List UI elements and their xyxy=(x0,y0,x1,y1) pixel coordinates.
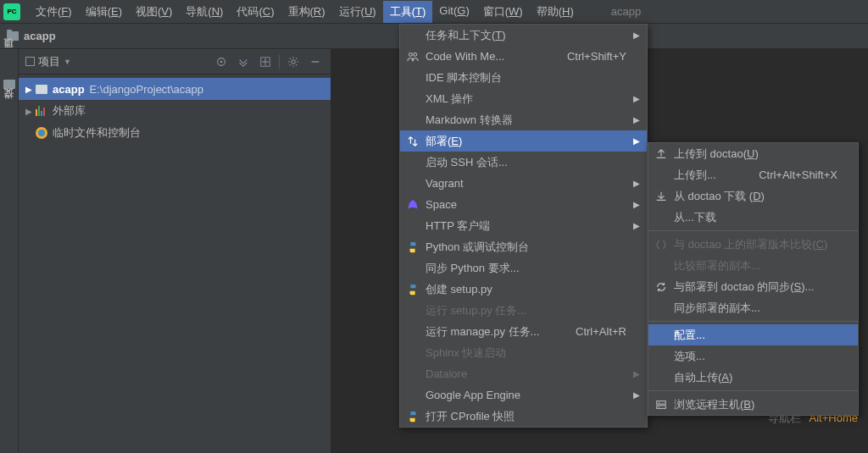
chevron-right-icon: ▶ xyxy=(633,136,640,146)
tools-item-12[interactable]: 创建 setup.py xyxy=(400,279,647,300)
svg-point-3 xyxy=(292,59,295,63)
deploy-icon xyxy=(406,135,420,148)
menu-g[interactable]: Git(G) xyxy=(432,1,476,23)
tools-item-3[interactable]: XML 操作▶ xyxy=(400,88,647,109)
tools-item-18[interactable]: 打开 CProfile 快照 xyxy=(400,406,647,427)
tree-scratches[interactable]: 临时文件和控制台 xyxy=(19,122,331,144)
menu-item-label: 自动上传(A) xyxy=(674,370,837,385)
expand-all-button[interactable] xyxy=(235,53,252,70)
tools-item-16: Datalore▶ xyxy=(400,363,647,384)
menu-item-label: 同步 Python 要求... xyxy=(426,261,626,276)
menu-r[interactable]: 重构(R) xyxy=(281,1,332,23)
project-panel-header: 项目 ▼ xyxy=(19,49,331,75)
deploy-item-11[interactable]: 选项... xyxy=(648,345,858,367)
hide-button[interactable] xyxy=(307,53,324,70)
svg-point-4 xyxy=(409,52,412,56)
deploy-item-10[interactable]: 配置... xyxy=(648,324,858,345)
tools-item-0[interactable]: 任务和上下文(T)▶ xyxy=(400,25,647,46)
tools-item-9[interactable]: HTTP 客户端▶ xyxy=(400,215,647,236)
tools-item-5[interactable]: 部署(E)▶ xyxy=(400,130,647,152)
menu-item-label: Code With Me... xyxy=(426,50,533,63)
menu-item-label: 浏览远程主机(B) xyxy=(674,397,837,412)
menu-separator xyxy=(648,321,858,322)
menu-item-label: 任务和上下文(T) xyxy=(426,28,626,43)
menu-item-shortcut: Ctrl+Alt+R xyxy=(576,325,626,338)
settings-button[interactable] xyxy=(285,53,302,70)
tools-item-2[interactable]: IDE 脚本控制台 xyxy=(400,67,647,88)
deploy-item-8[interactable]: 同步部署的副本... xyxy=(648,297,858,318)
chevron-right-icon: ▶ xyxy=(633,390,640,400)
tools-item-15: Sphinx 快速启动 xyxy=(400,342,647,363)
rail-commit-tab[interactable]: 提交 xyxy=(2,104,16,111)
deploy-item-3[interactable]: 从...下载 xyxy=(648,207,858,228)
menu-n[interactable]: 导航(N) xyxy=(179,1,230,23)
menu-item-label: 与 doctao 上的部署版本比较(C) xyxy=(674,237,837,252)
tools-item-7[interactable]: Vagrant▶ xyxy=(400,173,647,194)
deploy-item-7[interactable]: 与部署到 doctao 的同步(S)... xyxy=(648,276,858,297)
svg-point-5 xyxy=(414,52,417,56)
menu-u[interactable]: 运行(U) xyxy=(332,1,383,23)
app-name: acapp xyxy=(604,2,648,21)
menu-item-label: 运行 manage.py 任务... xyxy=(426,324,542,340)
menu-h[interactable]: 帮助(H) xyxy=(530,1,581,23)
tools-item-4[interactable]: Markdown 转换器▶ xyxy=(400,109,647,130)
deploy-item-6: 比较部署的副本... xyxy=(648,255,858,276)
menu-t[interactable]: 工具(T) xyxy=(383,1,433,23)
tools-item-6[interactable]: 启动 SSH 会话... xyxy=(400,152,647,173)
folder-icon[interactable] xyxy=(3,80,15,89)
breadcrumb-label: acapp xyxy=(24,30,56,42)
svg-point-8 xyxy=(659,401,659,402)
chevron-right-icon: ▶ xyxy=(633,94,640,103)
menu-separator xyxy=(648,390,858,391)
tree-root[interactable]: ▶ acapp E:\djangoProject\acapp xyxy=(19,78,331,100)
chevron-right-icon: ▶ xyxy=(633,200,640,209)
upload-icon xyxy=(654,147,668,161)
menu-w[interactable]: 窗口(W) xyxy=(476,1,530,23)
people-icon xyxy=(406,50,420,64)
divider xyxy=(279,55,280,69)
menu-item-label: XML 操作 xyxy=(426,91,626,107)
menu-f[interactable]: 文件(F) xyxy=(29,1,79,23)
chevron-down-icon: ▼ xyxy=(64,58,71,66)
svg-point-1 xyxy=(220,60,223,63)
tools-item-17[interactable]: Google App Engine▶ xyxy=(400,384,647,406)
tree-external-libs[interactable]: ▶ 外部库 xyxy=(19,100,331,122)
rail-project-tab[interactable]: 项目 xyxy=(2,52,16,59)
deploy-item-2[interactable]: 从 doctao 下载 (D) xyxy=(648,185,858,207)
deploy-item-0[interactable]: 上传到 doctao(U) xyxy=(648,143,858,164)
chevron-right-icon: ▶ xyxy=(25,85,36,94)
menu-e[interactable]: 编辑(E) xyxy=(79,1,129,23)
window-icon xyxy=(25,57,35,66)
tools-item-1[interactable]: Code With Me...Ctrl+Shift+Y xyxy=(400,46,647,67)
py-icon xyxy=(406,283,420,296)
folder-icon xyxy=(36,85,47,94)
menu-item-label: 同步部署的副本... xyxy=(674,301,837,316)
deploy-item-14[interactable]: 浏览远程主机(B) xyxy=(648,394,858,415)
menu-item-label: Markdown 转换器 xyxy=(426,113,626,128)
menu-item-label: Google App Engine xyxy=(426,389,626,401)
project-tree: ▶ acapp E:\djangoProject\acapp ▶ 外部库 临时文… xyxy=(19,75,331,147)
menu-v[interactable]: 视图(V) xyxy=(129,1,179,23)
chevron-right-icon: ▶ xyxy=(25,107,36,116)
tools-item-11[interactable]: 同步 Python 要求... xyxy=(400,257,647,279)
project-view-selector[interactable]: 项目 ▼ xyxy=(25,54,71,69)
library-icon xyxy=(36,106,47,116)
tools-item-14[interactable]: 运行 manage.py 任务...Ctrl+Alt+R xyxy=(400,321,647,342)
tools-item-8[interactable]: Space▶ xyxy=(400,194,647,215)
menu-item-label: Datalore xyxy=(426,367,626,380)
menu-separator xyxy=(648,230,858,231)
menu-item-label: Vagrant xyxy=(426,177,626,190)
chevron-right-icon: ▶ xyxy=(633,115,640,124)
select-opened-file-button[interactable] xyxy=(213,53,230,70)
menu-c[interactable]: 代码(C) xyxy=(230,1,281,23)
menu-item-label: 上传到 doctao(U) xyxy=(674,146,837,162)
menu-item-label: HTTP 客户端 xyxy=(426,218,626,234)
sync-icon xyxy=(654,280,668,294)
collapse-all-button[interactable] xyxy=(257,53,274,70)
deploy-item-1[interactable]: 上传到...Ctrl+Alt+Shift+X xyxy=(648,164,858,185)
space-icon xyxy=(406,198,420,212)
folder-icon xyxy=(7,31,19,41)
deploy-item-12[interactable]: 自动上传(A) xyxy=(648,367,858,388)
tools-item-10[interactable]: Python 或调试控制台 xyxy=(400,236,647,257)
diff-icon xyxy=(654,238,668,251)
